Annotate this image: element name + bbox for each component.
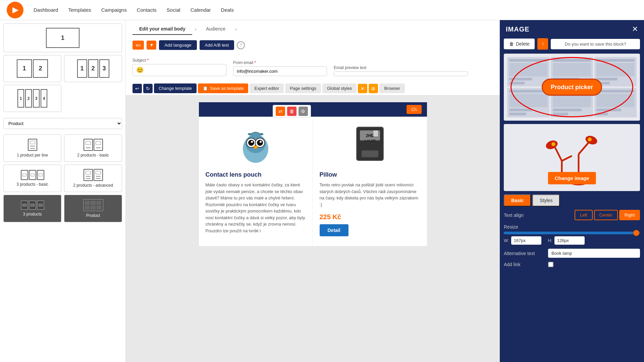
block-delete-button[interactable]: 🗑 xyxy=(287,107,297,116)
help-icon[interactable]: ? xyxy=(237,41,245,49)
height-input[interactable] xyxy=(554,236,585,245)
global-styles-button[interactable]: Global styles xyxy=(322,83,357,93)
browser-button[interactable]: Browser xyxy=(379,83,405,93)
template-1-box: 1 xyxy=(46,28,79,48)
product-type-select[interactable]: Product Service Category xyxy=(3,118,122,129)
template-1-col[interactable]: 1 xyxy=(3,23,122,52)
tab-styles[interactable]: Styles xyxy=(532,194,560,206)
resize-inputs: W: H: xyxy=(504,236,640,245)
rp-header: IMAGE ✕ xyxy=(500,20,644,38)
tab-audience[interactable]: Audience xyxy=(199,23,232,35)
rp-action-bar: 🗑 Delete ↑ Do you want to save this bloc… xyxy=(500,38,644,54)
rp-upload-button[interactable]: ↑ xyxy=(537,38,548,50)
nav-deals[interactable]: Deals xyxy=(221,7,234,13)
add-link-checkbox[interactable] xyxy=(548,262,553,267)
toolbar-row: ↩ ↻ Change template 📋 Save as template E… xyxy=(132,81,493,95)
template-4c-box: 3 xyxy=(33,89,40,108)
rp-close-button[interactable]: ✕ xyxy=(632,25,638,34)
product-item-5[interactable]: 3 products xyxy=(3,195,61,222)
nav-calendar[interactable]: Calendar xyxy=(191,7,211,13)
subject-field-group: Subject * 😊 xyxy=(132,58,226,76)
svg-point-18 xyxy=(551,142,555,146)
expert-editor-button[interactable]: Expert editor xyxy=(250,83,284,93)
height-label: H: xyxy=(548,238,552,243)
svg-line-21 xyxy=(579,142,589,154)
language-button[interactable]: en xyxy=(132,41,144,50)
add-language-button[interactable]: Add language xyxy=(159,40,197,50)
align-left-button[interactable]: Left xyxy=(575,210,593,220)
resize-slider-fill xyxy=(504,232,633,234)
block-settings-button[interactable]: ⚙ xyxy=(299,107,308,116)
page-settings-button[interactable]: Page settings xyxy=(285,83,321,93)
subject-input[interactable]: 😊 xyxy=(132,64,226,76)
resize-slider-thumb xyxy=(633,230,639,236)
right-panel: IMAGE ✕ 🗑 Delete ↑ Do you want to save t… xyxy=(500,20,644,362)
template-grid: 1 1 2 1 xyxy=(0,20,125,115)
nav-templates[interactable]: Templates xyxy=(68,7,91,13)
template-3-col[interactable]: 1 2 3 xyxy=(64,55,122,82)
top-navigation: ▶ Dashboard Templates Campaigns Contacts… xyxy=(0,0,644,20)
svg-line-16 xyxy=(555,147,562,161)
rp-save-message: Do you want to save this block? xyxy=(551,39,640,49)
product-item-2-label: 2 products - basic xyxy=(77,153,109,158)
template-4a-box: 1 xyxy=(17,89,24,108)
product-2-image: 2HD 1,44 MB xyxy=(320,124,420,167)
block-move-button[interactable]: ⇄ xyxy=(276,107,285,116)
product-item-1[interactable]: 1 product per line xyxy=(3,134,61,162)
align-center-button[interactable]: Center xyxy=(594,210,618,220)
product-item-2[interactable]: 2 products - basic xyxy=(64,134,122,162)
layout-icon-btn[interactable]: ⊞ xyxy=(369,84,378,93)
change-image-button[interactable]: Change image xyxy=(548,172,596,184)
product-item-3[interactable]: 3 products - basic xyxy=(3,165,61,192)
products-row: Contact lens pouch Máte často obavy o sv… xyxy=(199,117,427,246)
from-email-label: From email * xyxy=(233,60,327,65)
svg-rect-13 xyxy=(373,130,378,136)
editor-header: Edit your email body › Audience › en ▼ A… xyxy=(126,20,500,96)
align-right-button[interactable]: Right xyxy=(619,210,640,220)
email-change-button[interactable]: Ch xyxy=(407,105,422,114)
rp-delete-button[interactable]: 🗑 Delete xyxy=(504,39,535,49)
product-item-6[interactable]: Product xyxy=(64,195,122,222)
tab-basic[interactable]: Basic xyxy=(504,194,531,206)
product-item-4[interactable]: 2 products - advanced xyxy=(64,165,122,192)
alt-text-input[interactable] xyxy=(548,249,640,258)
email-header-bar: Ch xyxy=(199,102,427,117)
svg-point-23 xyxy=(588,137,592,141)
template-2-col[interactable]: 1 2 xyxy=(3,55,61,82)
height-input-group: H: xyxy=(548,236,585,245)
svg-point-8 xyxy=(254,145,258,149)
from-email-input[interactable]: info@incomaker.com xyxy=(233,66,327,76)
tab-edit-email-body[interactable]: Edit your email body xyxy=(132,23,192,35)
redo-button[interactable]: ↻ xyxy=(143,84,153,93)
language-dropdown[interactable]: ▼ xyxy=(147,41,156,50)
change-template-button[interactable]: Change template xyxy=(154,83,197,93)
nav-dashboard[interactable]: Dashboard xyxy=(34,7,58,13)
svg-rect-14 xyxy=(362,150,378,157)
app-logo: ▶ xyxy=(7,2,23,18)
width-input[interactable] xyxy=(511,236,541,245)
add-ab-test-button[interactable]: Add A/B test xyxy=(200,40,234,50)
add-link-label: Add link xyxy=(504,262,544,267)
product-2-name: Pillow xyxy=(320,171,420,178)
grid-icon-btn[interactable]: ✕ xyxy=(358,84,367,93)
undo-button[interactable]: ↩ xyxy=(132,84,142,93)
width-input-group: W: xyxy=(504,236,541,245)
product-3-icon xyxy=(21,170,44,180)
svg-point-6 xyxy=(251,141,253,143)
nav-contacts[interactable]: Contacts xyxy=(137,7,157,13)
save-as-template-button[interactable]: 📋 Save as template xyxy=(198,83,248,93)
controls-row: en ▼ Add language Add A/B test ? xyxy=(132,38,493,53)
nav-social[interactable]: Social xyxy=(167,7,180,13)
nav-campaigns[interactable]: Campaigns xyxy=(101,7,127,13)
resize-slider[interactable] xyxy=(504,232,640,234)
template-4-col[interactable]: 1 2 3 4 xyxy=(3,85,61,112)
product-picker-button[interactable]: Product picker xyxy=(542,79,602,96)
template-4b-box: 2 xyxy=(25,89,32,108)
email-preview-field-group: Email preview text xyxy=(334,65,468,76)
text-align-row: Text align Left Center Right xyxy=(504,210,640,220)
product-item-6-label: Product xyxy=(86,213,100,218)
email-preview-input[interactable] xyxy=(334,71,468,76)
logo-icon: ▶ xyxy=(12,6,18,14)
owl-svg xyxy=(235,125,276,166)
detail-button[interactable]: Detail xyxy=(320,224,348,236)
